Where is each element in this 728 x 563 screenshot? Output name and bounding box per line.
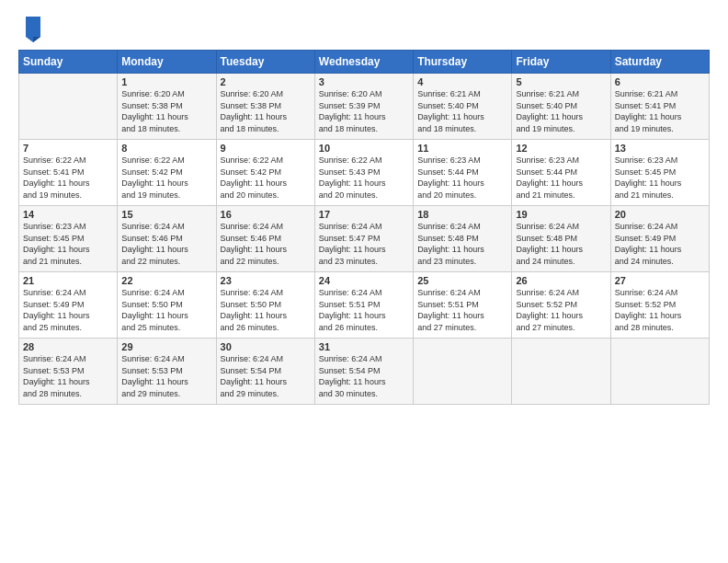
calendar-cell: 2Sunrise: 6:20 AM Sunset: 5:38 PM Daylig… (216, 74, 314, 140)
day-info: Sunrise: 6:20 AM Sunset: 5:38 PM Dayligh… (221, 88, 311, 134)
calendar-cell: 28Sunrise: 6:24 AM Sunset: 5:53 PM Dayli… (19, 339, 118, 405)
day-number: 19 (516, 209, 606, 220)
day-number: 12 (516, 143, 606, 154)
calendar-cell: 8Sunrise: 6:22 AM Sunset: 5:42 PM Daylig… (118, 140, 216, 206)
day-number: 9 (221, 143, 311, 154)
day-number: 4 (417, 76, 507, 87)
day-info: Sunrise: 6:24 AM Sunset: 5:46 PM Dayligh… (221, 221, 311, 267)
day-info: Sunrise: 6:24 AM Sunset: 5:49 PM Dayligh… (615, 221, 705, 267)
day-info: Sunrise: 6:21 AM Sunset: 5:40 PM Dayligh… (516, 88, 606, 134)
day-info: Sunrise: 6:21 AM Sunset: 5:41 PM Dayligh… (615, 88, 705, 134)
day-info: Sunrise: 6:24 AM Sunset: 5:53 PM Dayligh… (23, 353, 113, 399)
calendar-cell: 22Sunrise: 6:24 AM Sunset: 5:50 PM Dayli… (118, 272, 216, 339)
calendar-cell: 16Sunrise: 6:24 AM Sunset: 5:46 PM Dayli… (216, 206, 314, 272)
day-number: 7 (23, 143, 113, 154)
day-info: Sunrise: 6:22 AM Sunset: 5:43 PM Dayligh… (319, 155, 409, 201)
day-number: 30 (221, 341, 311, 352)
logo-icon (20, 15, 42, 42)
day-number: 22 (121, 275, 211, 286)
calendar-cell (512, 339, 610, 405)
calendar-cell: 30Sunrise: 6:24 AM Sunset: 5:54 PM Dayli… (216, 339, 314, 405)
day-info: Sunrise: 6:24 AM Sunset: 5:50 PM Dayligh… (121, 287, 211, 333)
calendar-week-row: 7Sunrise: 6:22 AM Sunset: 5:41 PM Daylig… (19, 140, 710, 206)
day-info: Sunrise: 6:24 AM Sunset: 5:47 PM Dayligh… (319, 221, 409, 267)
svg-marker-1 (33, 37, 40, 42)
calendar-cell: 15Sunrise: 6:24 AM Sunset: 5:46 PM Dayli… (118, 206, 216, 272)
day-info: Sunrise: 6:24 AM Sunset: 5:51 PM Dayligh… (417, 287, 507, 333)
calendar-cell: 24Sunrise: 6:24 AM Sunset: 5:51 PM Dayli… (314, 272, 413, 339)
day-info: Sunrise: 6:24 AM Sunset: 5:49 PM Dayligh… (23, 287, 113, 333)
day-info: Sunrise: 6:22 AM Sunset: 5:42 PM Dayligh… (221, 155, 311, 201)
day-number: 23 (221, 275, 311, 286)
calendar-cell: 1Sunrise: 6:20 AM Sunset: 5:38 PM Daylig… (118, 74, 216, 140)
day-number: 8 (121, 143, 211, 154)
day-number: 15 (121, 209, 211, 220)
day-info: Sunrise: 6:23 AM Sunset: 5:44 PM Dayligh… (417, 155, 507, 201)
day-info: Sunrise: 6:24 AM Sunset: 5:46 PM Dayligh… (121, 221, 211, 267)
day-number: 31 (319, 341, 409, 352)
calendar-cell: 17Sunrise: 6:24 AM Sunset: 5:47 PM Dayli… (314, 206, 413, 272)
day-header: Monday (118, 51, 216, 74)
day-header: Wednesday (314, 51, 413, 74)
day-number: 14 (23, 209, 113, 220)
day-info: Sunrise: 6:20 AM Sunset: 5:39 PM Dayligh… (319, 88, 409, 134)
day-header: Friday (512, 51, 610, 74)
calendar-cell: 26Sunrise: 6:24 AM Sunset: 5:52 PM Dayli… (512, 272, 610, 339)
day-info: Sunrise: 6:24 AM Sunset: 5:54 PM Dayligh… (319, 353, 409, 399)
day-number: 20 (615, 209, 705, 220)
day-info: Sunrise: 6:24 AM Sunset: 5:48 PM Dayligh… (417, 221, 507, 267)
day-number: 3 (319, 76, 409, 87)
calendar-week-row: 21Sunrise: 6:24 AM Sunset: 5:49 PM Dayli… (19, 272, 710, 339)
calendar-cell: 23Sunrise: 6:24 AM Sunset: 5:50 PM Dayli… (216, 272, 314, 339)
day-number: 10 (319, 143, 409, 154)
calendar-cell: 29Sunrise: 6:24 AM Sunset: 5:53 PM Dayli… (118, 339, 216, 405)
calendar-cell: 31Sunrise: 6:24 AM Sunset: 5:54 PM Dayli… (314, 339, 413, 405)
header-row: SundayMondayTuesdayWednesdayThursdayFrid… (19, 51, 710, 74)
day-number: 2 (221, 76, 311, 87)
calendar-cell: 7Sunrise: 6:22 AM Sunset: 5:41 PM Daylig… (19, 140, 118, 206)
day-info: Sunrise: 6:20 AM Sunset: 5:38 PM Dayligh… (121, 88, 211, 134)
day-info: Sunrise: 6:24 AM Sunset: 5:48 PM Dayligh… (516, 221, 606, 267)
calendar-cell (610, 339, 709, 405)
day-header: Saturday (610, 51, 709, 74)
calendar-cell: 18Sunrise: 6:24 AM Sunset: 5:48 PM Dayli… (414, 206, 512, 272)
day-header: Tuesday (216, 51, 314, 74)
day-number: 18 (417, 209, 507, 220)
calendar-cell (19, 74, 118, 140)
day-info: Sunrise: 6:24 AM Sunset: 5:52 PM Dayligh… (615, 287, 705, 333)
day-number: 28 (23, 341, 113, 352)
calendar-cell: 3Sunrise: 6:20 AM Sunset: 5:39 PM Daylig… (314, 74, 413, 140)
day-info: Sunrise: 6:24 AM Sunset: 5:52 PM Dayligh… (516, 287, 606, 333)
calendar-cell: 12Sunrise: 6:23 AM Sunset: 5:44 PM Dayli… (512, 140, 610, 206)
calendar-cell: 25Sunrise: 6:24 AM Sunset: 5:51 PM Dayli… (414, 272, 512, 339)
calendar-cell: 11Sunrise: 6:23 AM Sunset: 5:44 PM Dayli… (414, 140, 512, 206)
page: SundayMondayTuesdayWednesdayThursdayFrid… (0, 0, 728, 563)
day-number: 6 (615, 76, 705, 87)
calendar-cell: 13Sunrise: 6:23 AM Sunset: 5:45 PM Dayli… (610, 140, 709, 206)
day-number: 11 (417, 143, 507, 154)
day-info: Sunrise: 6:24 AM Sunset: 5:53 PM Dayligh… (121, 353, 211, 399)
day-info: Sunrise: 6:24 AM Sunset: 5:50 PM Dayligh… (221, 287, 311, 333)
calendar-table: SundayMondayTuesdayWednesdayThursdayFrid… (18, 50, 710, 405)
day-number: 21 (23, 275, 113, 286)
day-header: Sunday (19, 51, 118, 74)
calendar-cell: 19Sunrise: 6:24 AM Sunset: 5:48 PM Dayli… (512, 206, 610, 272)
calendar-cell: 4Sunrise: 6:21 AM Sunset: 5:40 PM Daylig… (414, 74, 512, 140)
day-number: 29 (121, 341, 211, 352)
day-info: Sunrise: 6:21 AM Sunset: 5:40 PM Dayligh… (417, 88, 507, 134)
calendar-cell: 27Sunrise: 6:24 AM Sunset: 5:52 PM Dayli… (610, 272, 709, 339)
day-info: Sunrise: 6:24 AM Sunset: 5:51 PM Dayligh… (319, 287, 409, 333)
day-header: Thursday (414, 51, 512, 74)
day-info: Sunrise: 6:22 AM Sunset: 5:41 PM Dayligh… (23, 155, 113, 201)
day-info: Sunrise: 6:23 AM Sunset: 5:45 PM Dayligh… (23, 221, 113, 267)
calendar-week-row: 14Sunrise: 6:23 AM Sunset: 5:45 PM Dayli… (19, 206, 710, 272)
calendar-cell: 10Sunrise: 6:22 AM Sunset: 5:43 PM Dayli… (314, 140, 413, 206)
calendar-cell: 5Sunrise: 6:21 AM Sunset: 5:40 PM Daylig… (512, 74, 610, 140)
calendar-week-row: 28Sunrise: 6:24 AM Sunset: 5:53 PM Dayli… (19, 339, 710, 405)
calendar-cell: 9Sunrise: 6:22 AM Sunset: 5:42 PM Daylig… (216, 140, 314, 206)
calendar-cell (414, 339, 512, 405)
day-info: Sunrise: 6:23 AM Sunset: 5:45 PM Dayligh… (615, 155, 705, 201)
day-number: 17 (319, 209, 409, 220)
calendar-cell: 6Sunrise: 6:21 AM Sunset: 5:41 PM Daylig… (610, 74, 709, 140)
day-number: 27 (615, 275, 705, 286)
